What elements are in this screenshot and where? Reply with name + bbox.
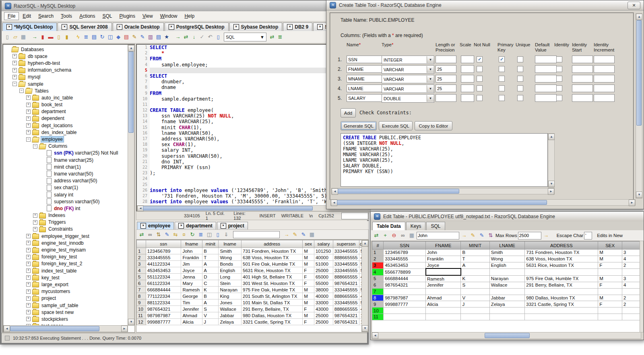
cell[interactable]: 25000 bbox=[314, 312, 333, 319]
expand-icon[interactable]: + bbox=[26, 130, 31, 134]
cell[interactable] bbox=[622, 268, 641, 275]
default-value-field[interactable] bbox=[535, 94, 557, 102]
expand-icon[interactable]: + bbox=[26, 262, 31, 266]
tree-item[interactable]: minit char(1) bbox=[3, 163, 128, 170]
cell[interactable]: Ramesh bbox=[426, 275, 461, 282]
cell[interactable]: 2 bbox=[622, 295, 641, 301]
cell[interactable]: 453453453 bbox=[384, 262, 426, 268]
expand-icon[interactable]: + bbox=[26, 103, 31, 107]
cell[interactable]: 55000 bbox=[314, 280, 333, 287]
edit-table-grid[interactable]: #SSNFNAMEMINITLNAMEADDRESSSEX1123456789J… bbox=[372, 241, 641, 320]
sort-icon[interactable]: ⇅ bbox=[155, 231, 163, 239]
unique-checkbox[interactable] bbox=[517, 85, 523, 91]
column-header-minit[interactable]: minit bbox=[202, 240, 219, 248]
close-tab-icon[interactable]: × bbox=[178, 223, 184, 229]
cell[interactable] bbox=[622, 288, 641, 295]
cell[interactable]: Jenna bbox=[181, 274, 202, 280]
connection-tab-db2-9[interactable]: ×DB2 9 bbox=[283, 23, 312, 31]
close-tab-icon[interactable]: × bbox=[169, 24, 174, 30]
expand-icon[interactable]: + bbox=[33, 213, 37, 218]
generate-icon[interactable]: ✎ bbox=[291, 231, 299, 239]
edit-table-row[interactable]: 6987654321JenniferSWallace291 Berry, Bel… bbox=[372, 282, 641, 288]
cell[interactable]: 5631 Rice, Houston TX bbox=[241, 267, 302, 274]
cell[interactable]: Jabbar bbox=[489, 295, 524, 301]
tree-item[interactable]: +large_export bbox=[3, 281, 128, 288]
cell[interactable]: King bbox=[219, 293, 242, 299]
collapse-icon[interactable]: − bbox=[26, 137, 31, 142]
expand-icon[interactable]: + bbox=[12, 68, 17, 72]
edit-hscroll-thumb[interactable] bbox=[485, 333, 530, 338]
cell[interactable]: 33000 bbox=[314, 299, 333, 306]
cell[interactable]: S bbox=[461, 282, 489, 288]
length-field[interactable] bbox=[436, 94, 456, 102]
cell[interactable]: M bbox=[303, 299, 314, 306]
edit-column-header-SEX[interactable]: SEX bbox=[598, 241, 622, 250]
scroll-up-icon[interactable]: ▲ bbox=[128, 45, 134, 52]
view-glasses-icon[interactable]: ∞ bbox=[146, 231, 154, 239]
column-header-sex[interactable]: sex bbox=[303, 240, 314, 248]
tree-item[interactable]: superssn varchar(50) bbox=[3, 198, 128, 205]
tree-item[interactable]: +foreign_key_test bbox=[3, 254, 128, 260]
cell[interactable]: 975 Fire Oak, Humble TX bbox=[241, 287, 302, 293]
collapse-icon[interactable]: − bbox=[12, 82, 17, 86]
cell[interactable] bbox=[622, 314, 641, 320]
expand-icon[interactable]: + bbox=[26, 248, 31, 252]
scale-field[interactable] bbox=[461, 65, 474, 73]
database-icon[interactable]: ▮ bbox=[63, 33, 71, 41]
cell[interactable]: Jim bbox=[181, 261, 202, 267]
edit-cell-icon[interactable]: ✎ bbox=[478, 231, 486, 239]
cell[interactable]: 25000 bbox=[314, 267, 333, 274]
execute-sql-icon[interactable]: ϟ bbox=[74, 33, 82, 41]
cell[interactable]: 987987987 bbox=[384, 295, 426, 301]
max-rows-go-icon[interactable]: → bbox=[542, 231, 550, 239]
cell[interactable]: English bbox=[489, 262, 524, 268]
collapse-icon[interactable]: − bbox=[33, 144, 37, 149]
close-tab-icon[interactable]: × bbox=[287, 24, 293, 30]
cell[interactable]: English bbox=[219, 267, 242, 274]
cell[interactable]: 888665555 bbox=[333, 274, 359, 280]
cell[interactable]: Smith bbox=[489, 250, 524, 256]
identity-increment-field[interactable] bbox=[594, 65, 615, 73]
edit-blue-icon[interactable]: ✎ bbox=[138, 33, 147, 41]
cell[interactable]: B bbox=[461, 250, 489, 256]
cell[interactable]: A bbox=[202, 267, 219, 274]
table-row[interactable]: 1123456789JohnBSmith731 Fondren, Houston… bbox=[137, 248, 368, 254]
tree-item[interactable]: +dependent bbox=[3, 115, 128, 122]
cell[interactable]: 999887777 bbox=[384, 301, 426, 308]
cell[interactable]: 4 bbox=[622, 256, 641, 262]
tree-item[interactable]: fname varchar(25) bbox=[3, 157, 128, 163]
name-field[interactable]: SSN bbox=[347, 56, 383, 63]
cell[interactable]: 2 bbox=[622, 301, 641, 308]
refresh-icon[interactable]: ⇄ bbox=[182, 33, 190, 41]
cell[interactable]: 980 Dallas, Houston TX bbox=[241, 312, 302, 319]
describe-icon[interactable]: ≣ bbox=[197, 231, 205, 239]
cell[interactable]: Wallace bbox=[489, 282, 524, 288]
cell[interactable]: J bbox=[461, 301, 489, 308]
identity-checkbox[interactable] bbox=[556, 95, 562, 101]
menu-edit[interactable]: Edit bbox=[19, 12, 35, 20]
cell[interactable]: F bbox=[598, 282, 622, 288]
column-header-address[interactable]: address bbox=[241, 240, 302, 248]
column-header-lname[interactable]: lname bbox=[219, 240, 242, 248]
expand-icon[interactable]: + bbox=[26, 268, 31, 273]
cell[interactable] bbox=[525, 308, 598, 314]
tree-item[interactable]: +des_index_table bbox=[3, 129, 128, 136]
cell[interactable]: 43000 bbox=[314, 306, 333, 312]
cell[interactable]: 4 bbox=[622, 282, 641, 288]
connection-tab-postgresql-desktop[interactable]: ×PostgreSQL Desktop bbox=[165, 23, 229, 31]
tree-item[interactable]: +index_test_table bbox=[3, 267, 128, 274]
tree-item[interactable]: salary int bbox=[3, 191, 128, 198]
not-null-checkbox[interactable] bbox=[477, 66, 483, 72]
cell[interactable]: D bbox=[202, 274, 219, 280]
primary-key-checkbox[interactable] bbox=[499, 95, 505, 101]
cell[interactable]: 453453453 bbox=[146, 267, 181, 274]
cell[interactable]: 40000 bbox=[314, 293, 333, 299]
default-value-field[interactable] bbox=[535, 75, 557, 83]
cell[interactable] bbox=[426, 268, 461, 275]
go-filter-icon[interactable]: → bbox=[283, 231, 291, 239]
tree-item[interactable]: +book_test bbox=[3, 101, 128, 108]
cell[interactable]: K bbox=[461, 275, 489, 282]
connect-icon[interactable]: → bbox=[31, 33, 39, 41]
column-header-salary[interactable]: salary bbox=[314, 240, 333, 248]
edit-grid-icon[interactable]: ✎ bbox=[299, 231, 308, 239]
